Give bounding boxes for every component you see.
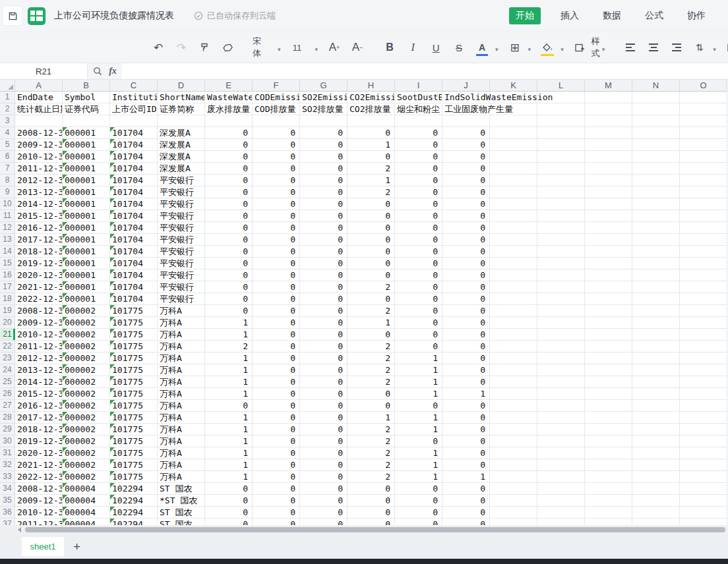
cell-I1[interactable]: SootDustE: [395, 92, 442, 103]
cell-I35[interactable]: 0: [395, 495, 442, 507]
cell-K4[interactable]: [490, 127, 537, 139]
column-header-J[interactable]: J: [442, 80, 490, 92]
cell-I11[interactable]: 0: [395, 210, 442, 222]
column-header-I[interactable]: I: [395, 80, 442, 92]
cell-H26[interactable]: 0: [348, 388, 395, 400]
cell-G34[interactable]: 0: [300, 483, 348, 495]
cell-O23[interactable]: [680, 352, 727, 364]
cell-K26[interactable]: [490, 388, 537, 400]
cell-G17[interactable]: 0: [300, 281, 348, 293]
column-header-L[interactable]: L: [537, 80, 585, 92]
strikethrough-button[interactable]: S: [452, 38, 466, 57]
cell-L3[interactable]: [537, 115, 585, 127]
cell-B14[interactable]: 000001: [63, 246, 110, 258]
cell-E29[interactable]: 1: [205, 424, 253, 436]
cell-D30[interactable]: 万科A: [158, 436, 205, 447]
select-all-corner[interactable]: [0, 80, 15, 92]
cell-G4[interactable]: 0: [300, 127, 348, 139]
cell-H32[interactable]: 2: [348, 459, 395, 471]
cell-O32[interactable]: [680, 459, 727, 471]
cell-O21[interactable]: [680, 329, 727, 341]
cell-J34[interactable]: 0: [442, 483, 490, 495]
cell-D7[interactable]: 深发展A: [158, 163, 205, 175]
increase-font-button[interactable]: A+: [327, 38, 342, 57]
cell-O35[interactable]: [680, 495, 727, 507]
cell-A27[interactable]: 2016-12-31: [15, 400, 63, 412]
cell-H17[interactable]: 2: [348, 281, 395, 293]
cell-C3[interactable]: [110, 115, 158, 127]
cell-L5[interactable]: [537, 139, 585, 151]
cell-I36[interactable]: 0: [395, 507, 442, 519]
cell-D3[interactable]: [158, 115, 205, 127]
cell-F5[interactable]: 0: [253, 139, 300, 151]
cell-B35[interactable]: 000004: [63, 495, 110, 507]
cell-E14[interactable]: 0: [205, 246, 253, 258]
cell-L37[interactable]: [537, 519, 585, 525]
cell-A1[interactable]: EndDate: [15, 92, 63, 103]
cell-O4[interactable]: [680, 127, 727, 139]
cell-B36[interactable]: 000004: [63, 507, 110, 519]
cell-C15[interactable]: 101704: [110, 258, 158, 269]
cell-D33[interactable]: 万科A: [158, 471, 205, 483]
cell-E32[interactable]: 1: [205, 459, 253, 471]
cell-G28[interactable]: 0: [300, 412, 348, 424]
cell-H21[interactable]: 0: [348, 329, 395, 341]
cell-F8[interactable]: 0: [253, 175, 300, 186]
cell-A4[interactable]: 2008-12-31: [15, 127, 63, 139]
cell-C27[interactable]: 101775: [110, 400, 158, 412]
cell-A5[interactable]: 2009-12-31: [15, 139, 63, 151]
cell-J21[interactable]: 0: [442, 329, 490, 341]
font-size-select[interactable]: 11: [290, 38, 305, 57]
row-header-2[interactable]: 2: [0, 103, 15, 115]
cell-A37[interactable]: 2011-12-31: [15, 519, 63, 525]
cell-G26[interactable]: 0: [300, 388, 348, 400]
cell-C18[interactable]: 101704: [110, 293, 158, 305]
cell-G10[interactable]: 0: [300, 198, 348, 210]
cell-G37[interactable]: 0: [300, 519, 348, 525]
cell-H35[interactable]: 0: [348, 495, 395, 507]
cell-F11[interactable]: 0: [253, 210, 300, 222]
row-header-32[interactable]: 32: [0, 459, 15, 471]
cell-F19[interactable]: 0: [253, 305, 300, 317]
cell-M25[interactable]: [585, 376, 632, 388]
cell-H27[interactable]: 0: [348, 400, 395, 412]
cell-A17[interactable]: 2021-12-31: [15, 281, 63, 293]
cell-K36[interactable]: [490, 507, 537, 519]
cell-M29[interactable]: [585, 424, 632, 436]
cell-N22[interactable]: [632, 341, 680, 352]
cell-L36[interactable]: [537, 507, 585, 519]
chevron-down-icon[interactable]: ▾: [561, 46, 564, 53]
cell-H10[interactable]: 0: [348, 198, 395, 210]
cell-I9[interactable]: 0: [395, 186, 442, 198]
cell-O18[interactable]: [680, 293, 727, 305]
cell-N33[interactable]: [632, 471, 680, 483]
cell-K10[interactable]: [490, 198, 537, 210]
cell-M4[interactable]: [585, 127, 632, 139]
cell-K8[interactable]: [490, 175, 537, 186]
save-button[interactable]: [3, 7, 22, 25]
row-header-16[interactable]: 16: [0, 269, 15, 281]
cell-I20[interactable]: 0: [395, 317, 442, 329]
cell-H15[interactable]: 0: [348, 258, 395, 269]
cell-N17[interactable]: [632, 281, 680, 293]
row-header-23[interactable]: 23: [0, 352, 15, 364]
cell-E12[interactable]: 0: [205, 222, 253, 234]
row-header-31[interactable]: 31: [0, 447, 15, 459]
row-header-5[interactable]: 5: [0, 139, 15, 151]
cell-O2[interactable]: [680, 103, 727, 115]
column-header-B[interactable]: B: [63, 80, 110, 92]
cell-K31[interactable]: [490, 447, 537, 459]
format-painter-button[interactable]: [197, 38, 212, 57]
cell-H13[interactable]: 0: [348, 234, 395, 246]
cell-C22[interactable]: 101775: [110, 341, 158, 352]
cell-D4[interactable]: 深发展A: [158, 127, 205, 139]
vertical-align-button[interactable]: ⇅: [692, 38, 707, 57]
cell-D14[interactable]: 平安银行: [158, 246, 205, 258]
cell-M33[interactable]: [585, 471, 632, 483]
cell-A29[interactable]: 2018-12-31: [15, 424, 63, 436]
cell-B20[interactable]: 000002: [63, 317, 110, 329]
cell-I29[interactable]: 1: [395, 424, 442, 436]
cell-A8[interactable]: 2012-12-31: [15, 175, 63, 186]
cell-G35[interactable]: 0: [300, 495, 348, 507]
cell-D29[interactable]: 万科A: [158, 424, 205, 436]
